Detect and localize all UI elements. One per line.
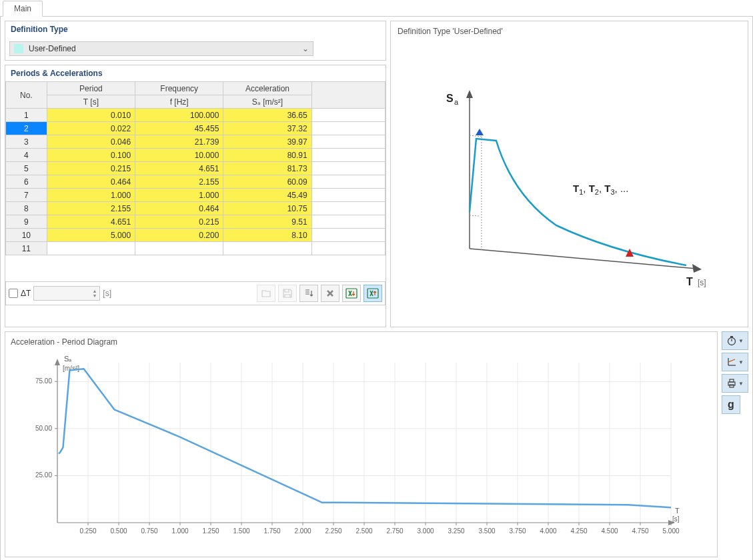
svg-text:0.750: 0.750 [141, 527, 157, 535]
svg-rect-101 [730, 385, 734, 387]
table-row[interactable]: 105.0000.2008.10 [6, 229, 386, 242]
svg-text:3.000: 3.000 [417, 527, 434, 535]
open-file-icon [257, 285, 275, 302]
excel-import-icon[interactable] [342, 285, 361, 302]
definition-type-title: Definition Type [5, 21, 386, 37]
col-empty [311, 82, 385, 109]
svg-rect-1 [367, 289, 378, 298]
svg-text:0.500: 0.500 [110, 527, 127, 535]
table-row[interactable]: 20.02245.45537.32 [6, 122, 386, 135]
svg-text:a: a [454, 98, 459, 106]
chevron-down-icon: ⌄ [298, 44, 313, 53]
col-freq-h2: f [Hz] [135, 95, 223, 109]
svg-text:1.500: 1.500 [233, 527, 249, 535]
svg-rect-95 [730, 336, 733, 337]
col-no: No. [6, 82, 47, 109]
definition-color-swatch [14, 44, 23, 53]
col-freq-h1: Frequency [135, 82, 223, 95]
svg-text:2.000: 2.000 [294, 527, 311, 535]
tab-main[interactable]: Main [3, 1, 43, 17]
svg-text:3.250: 3.250 [448, 527, 464, 535]
svg-text:75.00: 75.00 [35, 377, 52, 385]
svg-line-12 [470, 215, 480, 216]
col-acc-h2: Sₐ [m/s²] [223, 95, 311, 109]
definition-type-select[interactable]: User-Defined ⌄ [9, 41, 313, 56]
excel-export-icon[interactable] [363, 285, 382, 302]
table-row[interactable]: 94.6510.2159.51 [6, 215, 386, 229]
svg-text:1.250: 1.250 [202, 527, 219, 535]
svg-text:50.00: 50.00 [35, 425, 52, 432]
schematic-title: Definition Type 'User-Defined' [395, 25, 744, 41]
svg-text:2.750: 2.750 [386, 527, 403, 535]
svg-text:25.00: 25.00 [35, 471, 52, 479]
table-row[interactable]: 11 [6, 242, 386, 255]
table-row[interactable]: 40.10010.00080.91 [6, 149, 386, 162]
stopwatch-button[interactable]: ▼ [722, 331, 748, 350]
svg-text:2.250: 2.250 [325, 527, 341, 535]
svg-text:1.750: 1.750 [263, 527, 280, 535]
table-row[interactable]: 82.1550.46410.75 [6, 202, 386, 215]
axes-button[interactable]: ▼ [722, 353, 748, 371]
print-button[interactable]: ▼ [722, 374, 748, 393]
svg-text:4.750: 4.750 [632, 527, 648, 535]
svg-text:Sₐ: Sₐ [64, 355, 71, 363]
deltaT-spinner[interactable]: ▲▼ [33, 286, 100, 301]
deltaT-checkbox[interactable]: ΔT [9, 289, 31, 298]
table-row[interactable]: 10.010100.00036.65 [6, 109, 386, 122]
definition-type-value: User-Defined [27, 44, 298, 53]
svg-text:T: T [686, 276, 693, 287]
svg-marker-86 [55, 359, 60, 365]
svg-marker-13 [476, 129, 484, 135]
svg-text:3.500: 3.500 [478, 527, 495, 535]
col-period-h1: Period [47, 82, 135, 95]
svg-text:2.500: 2.500 [355, 527, 372, 535]
periods-table[interactable]: No. Period Frequency Acceleration T [s] … [5, 81, 386, 281]
svg-text:5.000: 5.000 [662, 527, 679, 535]
svg-text:4.000: 4.000 [540, 527, 556, 535]
table-row[interactable]: 30.04621.73939.97 [6, 135, 386, 149]
table-row[interactable]: 71.0001.00045.49 [6, 189, 386, 202]
svg-text:0.250: 0.250 [79, 527, 96, 535]
save-file-icon [278, 285, 297, 302]
svg-marker-3 [466, 90, 473, 98]
svg-text:1.000: 1.000 [171, 527, 188, 535]
svg-line-6 [470, 249, 696, 269]
svg-text:S: S [446, 93, 454, 104]
schematic-diagram: S a T [s] [395, 41, 744, 323]
diagram-title: Acceleration - Period Diagram [11, 337, 712, 347]
table-row[interactable]: 50.2154.65181.73 [6, 162, 386, 175]
table-toolbar: ΔT ▲▼ [s] [5, 281, 386, 305]
svg-rect-0 [346, 289, 357, 298]
table-row[interactable]: 60.4642.15560.09 [6, 175, 386, 189]
sort-icon[interactable] [299, 285, 318, 302]
periods-panel-title: Periods & Accelerations [5, 65, 386, 81]
deltaT-unit: [s] [103, 289, 111, 298]
acceleration-period-chart: 0.2500.5000.7501.0001.2501.5001.7502.000… [11, 349, 712, 551]
svg-rect-100 [730, 379, 734, 382]
svg-text:[s]: [s] [698, 278, 706, 287]
g-button[interactable]: g [722, 395, 740, 414]
delete-icon[interactable] [321, 285, 339, 302]
deltaT-label: ΔT [21, 289, 31, 298]
svg-text:T1, 
              T2, 
      : T1, T2, T3, ... [573, 183, 628, 196]
svg-marker-7 [692, 264, 702, 273]
svg-line-98 [728, 359, 735, 362]
svg-text:[s]: [s] [672, 515, 680, 523]
col-period-h2: T [s] [47, 95, 135, 109]
svg-line-10 [470, 135, 482, 137]
col-acc-h1: Acceleration [223, 82, 311, 95]
svg-text:T: T [675, 507, 680, 515]
svg-text:4.500: 4.500 [601, 527, 618, 535]
svg-text:4.250: 4.250 [570, 527, 587, 535]
svg-text:3.750: 3.750 [509, 527, 526, 535]
